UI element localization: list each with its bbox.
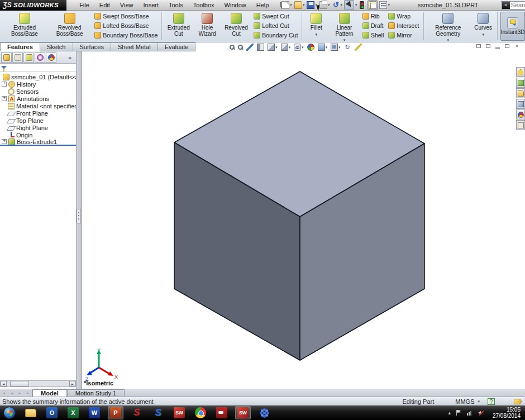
tree-item-right-plane[interactable]: Right Plane bbox=[0, 124, 76, 131]
tab-model[interactable]: Model bbox=[32, 389, 67, 397]
search-commands-box[interactable]: » ▾ bbox=[501, 1, 525, 9]
tab-sketch[interactable]: Sketch bbox=[40, 42, 73, 51]
tab-scroll-buttons[interactable]: ◂ ◂ ▸ ▸ bbox=[0, 390, 32, 397]
hole-wizard-button[interactable]: Hole Wizard bbox=[193, 12, 221, 38]
draft-button[interactable]: Draft bbox=[362, 22, 384, 29]
tree-item-material[interactable]: Material <not specified> bbox=[0, 102, 76, 109]
menu-window[interactable]: Window bbox=[219, 1, 251, 9]
hide-all-types-button[interactable] bbox=[355, 44, 362, 51]
tree-item-top-plane[interactable]: Top Plane bbox=[0, 117, 76, 124]
rib-button[interactable]: Rib bbox=[362, 13, 384, 20]
display-manager-tab-button[interactable] bbox=[46, 52, 56, 63]
search-commands-input[interactable] bbox=[511, 2, 525, 8]
rotate-view-button[interactable]: ↻ bbox=[344, 44, 351, 51]
taskbar-excel-button[interactable]: X bbox=[65, 406, 81, 419]
start-button[interactable] bbox=[3, 407, 16, 419]
tab-motion-study[interactable]: Motion Study 1 bbox=[67, 389, 125, 397]
tab-surfaces[interactable]: Surfaces bbox=[73, 42, 111, 51]
tree-item-annotations[interactable]: A Annotations bbox=[0, 95, 76, 102]
taskbar-flower-app-button[interactable] bbox=[256, 406, 272, 419]
panel-splitter[interactable] bbox=[77, 51, 82, 389]
new-document-button[interactable]: ▾ bbox=[281, 1, 293, 9]
property-manager-tab-button[interactable] bbox=[12, 52, 23, 63]
custom-properties-button[interactable] bbox=[516, 120, 525, 130]
tree-item-boss-extrude1[interactable]: Boss-Extrude1 bbox=[0, 139, 76, 146]
doc-window-icon-2[interactable] bbox=[485, 44, 492, 50]
shell-button[interactable]: Shell bbox=[362, 32, 384, 39]
tab-sheet-metal[interactable]: Sheet Metal bbox=[111, 42, 158, 51]
display-style-button[interactable]: ▾ bbox=[281, 44, 291, 51]
menu-file[interactable]: File bbox=[74, 1, 94, 9]
menu-toolbox[interactable]: Toolbox bbox=[188, 1, 219, 9]
show-hidden-icons-button[interactable]: ▴ bbox=[448, 410, 451, 416]
dimxpert-manager-tab-button[interactable] bbox=[35, 52, 45, 63]
panel-horizontal-scrollbar[interactable]: ◂ ▸ bbox=[0, 380, 76, 387]
expand-plus-icon[interactable] bbox=[2, 96, 7, 101]
cube-model[interactable] bbox=[82, 51, 525, 389]
select-button[interactable] bbox=[344, 0, 354, 10]
panel-overflow-chevron[interactable]: » bbox=[68, 54, 71, 61]
quick-tips-button[interactable]: ? bbox=[488, 398, 495, 405]
scrollbar-thumb[interactable] bbox=[10, 381, 29, 386]
boundary-cut-button[interactable]: Boundary Cut bbox=[254, 32, 298, 39]
tags-icon[interactable] bbox=[514, 399, 522, 404]
swept-boss-button[interactable]: Swept Boss/Base bbox=[94, 13, 157, 20]
doc-minimize-button[interactable] bbox=[494, 44, 502, 50]
open-button[interactable]: ▾ bbox=[294, 1, 306, 9]
doc-restore-button[interactable] bbox=[504, 44, 511, 50]
graphics-viewport[interactable]: Y X Z *Isometric bbox=[82, 51, 525, 389]
curves-button[interactable]: Curves ▾ bbox=[471, 12, 495, 39]
reference-geometry-button[interactable]: Reference Geometry ▾ bbox=[425, 12, 471, 45]
extruded-boss-button[interactable]: Extruded Boss/Base bbox=[2, 12, 47, 38]
wrap-button[interactable]: Wrap bbox=[388, 13, 419, 20]
taskbar-chrome-button[interactable] bbox=[193, 406, 208, 419]
rebuild-button[interactable] bbox=[357, 1, 366, 9]
tree-root[interactable]: ssmcube_01 (Default<<Default bbox=[0, 73, 76, 80]
edit-appearance-button[interactable] bbox=[307, 44, 314, 51]
tree-item-front-plane[interactable]: Front Plane bbox=[0, 109, 76, 117]
taskbar-explorer-button[interactable] bbox=[23, 406, 39, 419]
previous-view-button[interactable] bbox=[246, 44, 254, 51]
menu-tools[interactable]: Tools bbox=[164, 1, 188, 9]
menu-insert[interactable]: Insert bbox=[138, 1, 164, 9]
taskbar-app-red-s-button[interactable]: S bbox=[129, 406, 145, 419]
taskbar-outlook-button[interactable]: O bbox=[44, 406, 60, 419]
revolved-boss-button[interactable]: Revolved Boss/Base bbox=[47, 12, 92, 38]
file-explorer-button[interactable] bbox=[516, 88, 525, 98]
options-button[interactable]: ▾ bbox=[379, 1, 390, 9]
tree-item-sensors[interactable]: Sensors bbox=[0, 88, 76, 95]
linear-pattern-button[interactable]: Linear Pattern ▾ bbox=[328, 12, 360, 45]
revolved-cut-button[interactable]: Revolved Cut bbox=[221, 12, 251, 38]
sw-resources-button[interactable] bbox=[516, 67, 525, 77]
apply-scene-button[interactable]: ▾ bbox=[318, 44, 328, 51]
appearances-button[interactable] bbox=[516, 109, 525, 120]
tree-item-origin[interactable]: Origin bbox=[0, 131, 76, 139]
tree-item-history[interactable]: History bbox=[0, 80, 76, 88]
scroll-left-arrow[interactable]: ◂ bbox=[1, 381, 7, 386]
taskbar-powerpoint-button[interactable]: P bbox=[108, 406, 123, 419]
expand-plus-icon[interactable] bbox=[2, 82, 7, 87]
section-view-button[interactable] bbox=[257, 44, 264, 51]
menu-edit[interactable]: Edit bbox=[94, 1, 115, 9]
design-library-button[interactable] bbox=[516, 78, 525, 88]
configuration-manager-tab-button[interactable] bbox=[23, 52, 34, 63]
zoom-to-area-button[interactable] bbox=[238, 45, 243, 50]
taskbar-clock[interactable]: 15:05 27/08/2014 bbox=[493, 407, 521, 419]
splitter-handle[interactable] bbox=[77, 209, 81, 223]
taskbar-solidworks-launcher-button[interactable]: SW bbox=[171, 406, 187, 419]
boundary-boss-button[interactable]: Boundary Boss/Base bbox=[94, 32, 157, 39]
doc-close-button[interactable]: × bbox=[513, 44, 521, 50]
taskbar-communicator-button[interactable] bbox=[214, 406, 230, 419]
fillet-button[interactable]: Fillet ▾ bbox=[304, 12, 328, 39]
hide-show-items-button[interactable]: ▾ bbox=[294, 44, 304, 51]
instant3d-button[interactable]: Instant3D bbox=[500, 12, 525, 41]
tab-evaluate[interactable]: Evaluate bbox=[158, 42, 196, 51]
taskbar-word-button[interactable]: W bbox=[87, 406, 102, 419]
feature-tree-tab-button[interactable] bbox=[1, 52, 12, 63]
taskbar-app-blue-s-button[interactable]: S bbox=[150, 406, 166, 419]
view-orientation-button[interactable]: ▾ bbox=[268, 44, 278, 51]
network-icon[interactable] bbox=[467, 410, 472, 416]
zoom-to-fit-button[interactable] bbox=[230, 45, 235, 50]
undo-button[interactable]: ↺▾ bbox=[331, 1, 343, 9]
extruded-cut-button[interactable]: Extruded Cut bbox=[164, 12, 193, 38]
